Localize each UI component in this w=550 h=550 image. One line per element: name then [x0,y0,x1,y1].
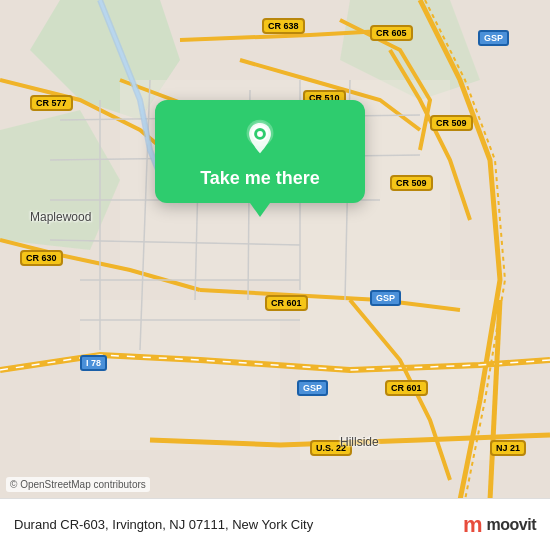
osm-credit: © OpenStreetMap contributors [6,477,150,492]
take-me-there-button[interactable]: Take me there [155,100,365,203]
place-maplewood: Maplewood [30,210,91,224]
badge-cr577: CR 577 [30,95,73,111]
badge-cr601-bot: CR 601 [385,380,428,396]
badge-cr638: CR 638 [262,18,305,34]
badge-gsp-top: GSP [478,30,509,46]
moovit-m-icon: m [463,514,483,536]
badge-cr509-mid: CR 509 [390,175,433,191]
badge-nj21: NJ 21 [490,440,526,456]
map-container: CR 638 CR 605 GSP CR 577 CR 665 CR 510 C… [0,0,550,550]
badge-i78: I 78 [80,355,107,371]
svg-point-12 [257,131,263,137]
badge-gsp-mid: GSP [370,290,401,306]
badge-cr630: CR 630 [20,250,63,266]
bottom-bar: Durand CR-603, Irvington, NJ 07111, New … [0,498,550,550]
address-label: Durand CR-603, Irvington, NJ 07111, New … [14,517,463,532]
badge-gsp-bot: GSP [297,380,328,396]
popup-label: Take me there [200,168,320,189]
badge-cr605: CR 605 [370,25,413,41]
moovit-text: moovit [487,516,536,534]
place-hillside: Hillside [340,435,379,449]
svg-rect-6 [80,300,280,450]
location-pin-icon [239,118,281,160]
moovit-logo: m moovit [463,514,536,536]
map-roads [0,0,550,550]
badge-cr601-top: CR 601 [265,295,308,311]
badge-cr509-top: CR 509 [430,115,473,131]
